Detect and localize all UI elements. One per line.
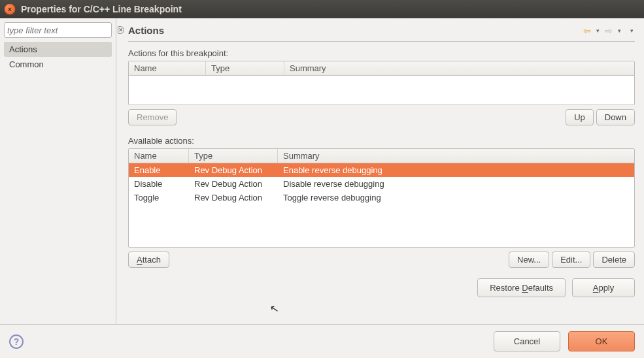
back-arrow-icon[interactable]: ⇦ <box>582 25 592 36</box>
bp-table-body[interactable] <box>129 76 634 105</box>
cell-summary: Enable reverse debugging <box>278 165 634 176</box>
cell-summary: Disable reverse debugging <box>278 178 634 189</box>
table-row[interactable]: Enable Rev Debug Action Enable reverse d… <box>129 163 634 177</box>
filter-text-wrap[interactable]: ✕ <box>4 22 112 38</box>
down-button[interactable]: Down <box>596 109 635 125</box>
delete-button[interactable]: Delete <box>593 252 635 268</box>
menu-dropdown-icon[interactable]: ▾ <box>629 27 635 34</box>
av-col-summary[interactable]: Summary <box>278 149 634 163</box>
cell-type: Rev Debug Action <box>189 178 278 189</box>
available-actions-label: Available actions: <box>128 136 635 146</box>
nav-list: Actions Common <box>4 42 112 72</box>
edit-button[interactable]: Edit... <box>552 252 590 268</box>
back-dropdown-icon[interactable]: ▾ <box>595 27 601 34</box>
bp-col-name[interactable]: Name <box>129 61 206 75</box>
av-col-type[interactable]: Type <box>189 149 278 163</box>
up-button[interactable]: Up <box>566 109 594 125</box>
forward-arrow-icon: ⇨ <box>603 25 614 36</box>
breakpoint-actions-table[interactable]: Name Type Summary <box>128 61 635 105</box>
available-actions-table[interactable]: Name Type Summary Enable Rev Debug Actio… <box>128 148 635 248</box>
bp-col-summary[interactable]: Summary <box>284 61 634 75</box>
bp-col-type[interactable]: Type <box>206 61 284 75</box>
attach-button[interactable]: Attach <box>128 252 169 268</box>
window-title: Properties for C/C++ Line Breakpoint <box>21 4 182 14</box>
av-col-name[interactable]: Name <box>129 149 189 163</box>
filter-input[interactable] <box>7 25 118 35</box>
restore-defaults-button[interactable]: Restore Defaults <box>477 278 566 297</box>
dialog-footer: ? Cancel OK <box>0 324 644 358</box>
forward-dropdown-icon[interactable]: ▾ <box>617 27 622 34</box>
close-icon[interactable]: × <box>4 3 16 15</box>
nav-item-common[interactable]: Common <box>4 57 112 72</box>
cell-type: Rev Debug Action <box>189 165 278 176</box>
cell-type: Rev Debug Action <box>189 192 278 203</box>
table-row[interactable]: Toggle Rev Debug Action Toggle reverse d… <box>129 191 634 204</box>
av-table-body[interactable]: Enable Rev Debug Action Enable reverse d… <box>129 163 634 247</box>
cursor-icon: ↖ <box>269 302 279 316</box>
remove-button[interactable]: Remove <box>128 109 177 125</box>
breakpoint-actions-label: Actions for this breakpoint: <box>128 48 635 58</box>
cancel-button[interactable]: Cancel <box>494 331 560 351</box>
cell-name: Toggle <box>129 192 189 203</box>
main-panel: Actions ⇦ ▾ ⇨ ▾ ▾ Actions for this break… <box>116 18 644 324</box>
new-button[interactable]: New... <box>509 252 549 268</box>
cell-name: Enable <box>129 165 189 176</box>
apply-button[interactable]: Apply <box>572 278 635 297</box>
table-row[interactable]: Disable Rev Debug Action Disable reverse… <box>129 177 634 191</box>
titlebar[interactable]: × Properties for C/C++ Line Breakpoint <box>0 0 644 18</box>
ok-button[interactable]: OK <box>568 331 635 351</box>
cell-name: Disable <box>129 178 189 189</box>
nav-history: ⇦ ▾ ⇨ ▾ ▾ <box>582 25 635 36</box>
cell-summary: Toggle reverse debugging <box>278 192 634 203</box>
page-title: Actions <box>128 25 164 36</box>
sidebar: ✕ Actions Common <box>0 18 116 324</box>
help-icon[interactable]: ? <box>9 334 24 349</box>
nav-item-actions[interactable]: Actions <box>4 42 112 57</box>
